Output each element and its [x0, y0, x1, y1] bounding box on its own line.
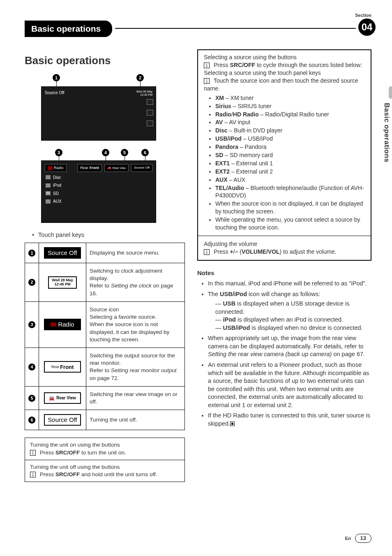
header-rule: [115, 28, 356, 29]
instruction-off: Turning the unit off using the buttons 1…: [25, 460, 184, 482]
row3-desc: Source icon Selecting a favorite source.…: [86, 301, 185, 348]
footer-lang: En: [345, 536, 351, 541]
fig2-source-off: Source Off: [131, 164, 152, 171]
row4-desc: Switching the output source for the rear…: [86, 348, 185, 386]
row6-desc: Turning the unit off.: [86, 410, 185, 430]
callout-3: 3: [55, 149, 62, 156]
thermometer-icon: [147, 99, 153, 105]
camera-icon: [147, 120, 153, 126]
select-touch-title: Selecting a source using the touch panel…: [204, 70, 321, 76]
step-1-icon: 1: [204, 78, 210, 84]
callout-4: 4: [102, 149, 109, 156]
fig2-rear-front: Rear Front: [77, 164, 102, 171]
row5-num: 5: [28, 395, 35, 402]
page-title: Basic operations: [25, 53, 185, 68]
row5-desc: Switching the rear view image on or off.: [86, 386, 185, 410]
fig2-rear-view: 🚗Rear View: [104, 164, 129, 171]
step-1-icon: 1: [204, 249, 210, 255]
key-source-off: Source Off: [44, 247, 81, 259]
table-row: 4 RearFront Switching the output source …: [25, 348, 185, 386]
step-1-icon: 1: [30, 450, 36, 456]
row4-num: 4: [28, 364, 35, 371]
key-rear-view: 🚘 Rear View: [44, 392, 81, 404]
callout-5: 5: [121, 149, 128, 156]
row2-desc: Switching to clock adjustment display. R…: [86, 263, 185, 302]
notes-heading: Notes: [197, 269, 371, 277]
fig2-aux: AUX: [45, 197, 152, 206]
side-tab-indicator: [389, 86, 392, 99]
chapter-tab: Basic operations: [25, 21, 112, 37]
table-row: 1 Source Off Displaying the source menu.: [25, 243, 185, 263]
fig2-radio: Radio: [45, 164, 67, 171]
fig1-callouts: 1 2: [41, 74, 156, 86]
row1-desc: Displaying the source menu.: [86, 243, 185, 263]
section-label: Section: [355, 12, 371, 19]
fig1-clock: Wed 28 May 12:45 PM: [136, 90, 152, 96]
figure-1: Source Off Wed 28 May 12:45 PM: [41, 86, 156, 141]
table-row: 2 Wed 28 May 12:45 PM Switching to clock…: [25, 263, 185, 302]
table-row: 5 🚘 Rear View Switching the rear view im…: [25, 386, 185, 410]
touch-keys-table: 1 Source Off Displaying the source menu.…: [25, 243, 185, 430]
step-1-icon: 1: [204, 63, 210, 68]
fig2-ipod: iPod: [45, 181, 152, 190]
step-1-icon: 1: [30, 472, 36, 477]
key-rear-front: RearFront: [44, 361, 81, 373]
table-row: 3 Radio Source icon Selecting a favorite…: [25, 301, 185, 348]
row1-num: 1: [28, 250, 35, 257]
fig2-callouts: 3 4 5 6: [41, 149, 156, 160]
end-mark-icon: [230, 422, 235, 426]
fig2-sd: SDSD: [45, 190, 152, 198]
side-tab: Basic operations: [382, 103, 391, 162]
row6-num: 6: [28, 417, 35, 424]
callout-6: 6: [141, 149, 149, 156]
select-buttons-title: Selecting a source using the buttons: [204, 54, 297, 60]
key-radio: Radio: [44, 319, 81, 330]
fig1-side-icons: [147, 99, 153, 126]
table-row: 6 Source Off Turning the unit off.: [25, 410, 185, 430]
pump-icon: [147, 110, 153, 116]
header-bar: Basic operations Section 04: [25, 21, 371, 37]
instruction-on: Turning the unit on using the buttons 1 …: [25, 438, 184, 459]
figure-2: Radio Rear Front 🚗Rear View Source Off D…: [41, 160, 156, 223]
footer: En 13: [345, 534, 371, 543]
sources-list: XM – XM tuner Sirius – SIRIUS tuner Radi…: [204, 94, 365, 232]
fig1-source-off: Source Off: [45, 90, 65, 96]
row3-num: 3: [28, 321, 35, 328]
instructions-box: Turning the unit on using the buttons 1 …: [25, 438, 185, 482]
notes-list: In this manual, iPod and iPhone will be …: [197, 280, 371, 428]
touch-panel-label: Touch panel keys: [32, 231, 185, 239]
key-source-off-2: Source Off: [44, 414, 81, 426]
callout-2: 2: [136, 74, 144, 81]
section-number-badge: 04: [358, 19, 376, 36]
callout-1: 1: [53, 74, 60, 81]
row2-num: 2: [28, 279, 35, 286]
key-clock: Wed 28 May 12:45 PM: [48, 276, 77, 289]
car-icon: 🚘: [49, 395, 55, 401]
adjust-volume-title: Adjusting the volume: [204, 241, 257, 247]
fig2-disc: Disc: [45, 174, 152, 182]
source-select-box: Selecting a source using the buttons 1 P…: [197, 49, 371, 260]
footer-page: 13: [355, 534, 371, 543]
